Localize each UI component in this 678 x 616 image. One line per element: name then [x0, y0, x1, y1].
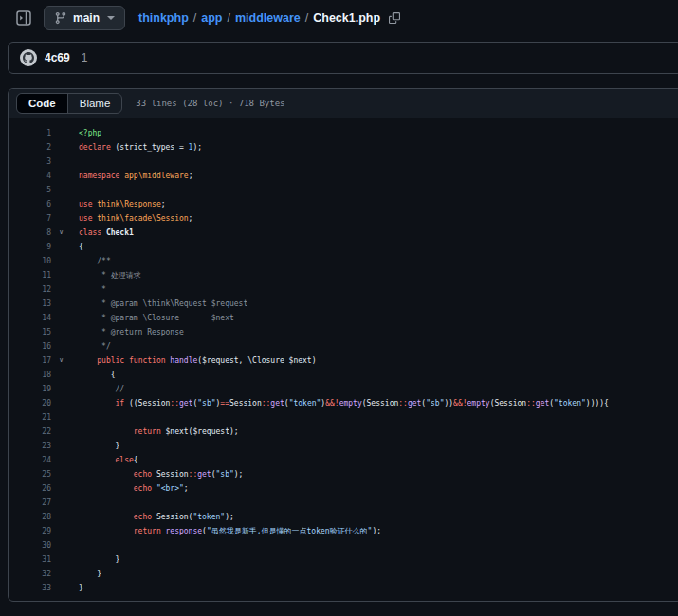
line-number[interactable]: 11: [9, 268, 51, 282]
line-number[interactable]: 12: [9, 282, 51, 297]
fold-gutter: [51, 410, 71, 425]
code-text: }: [71, 581, 678, 595]
line-number[interactable]: 22: [9, 425, 51, 439]
breadcrumb-link[interactable]: app: [201, 11, 222, 25]
fold-gutter: [51, 339, 71, 353]
line-number[interactable]: 33: [9, 581, 51, 595]
code-line: 4namespace app\middleware;: [9, 169, 678, 183]
fold-gutter: [51, 126, 71, 140]
line-number[interactable]: 4: [9, 169, 51, 183]
code-line: 28 echo Session("token");: [9, 510, 678, 524]
line-number[interactable]: 19: [9, 382, 51, 396]
line-number[interactable]: 13: [9, 297, 51, 311]
line-number[interactable]: 21: [9, 410, 51, 425]
line-number[interactable]: 20: [9, 396, 51, 410]
code-line: 9{: [9, 240, 678, 254]
code-line: 20 if ((Session::get("sb")==Session::get…: [9, 396, 678, 410]
tab-blame[interactable]: Blame: [68, 94, 122, 113]
code-text: echo "<br>";: [71, 481, 678, 496]
latest-commit-bar[interactable]: 4c69 1: [8, 42, 678, 74]
line-number[interactable]: 27: [9, 496, 51, 510]
code-text: * @return Response: [71, 325, 678, 339]
code-line: 22 return $next($request);: [9, 425, 678, 439]
line-number[interactable]: 31: [9, 553, 51, 567]
line-number[interactable]: 3: [9, 154, 51, 169]
line-number[interactable]: 6: [9, 197, 51, 211]
code-line: 19 //: [9, 382, 678, 396]
fold-gutter: [51, 154, 71, 169]
line-number[interactable]: 10: [9, 254, 51, 268]
file-content-box: CodeBlame 33 lines (28 loc) · 718 Bytes …: [8, 88, 678, 602]
code-text: [71, 410, 678, 425]
sidebar-expand-icon[interactable]: [13, 8, 34, 28]
git-branch-icon: [54, 11, 67, 25]
code-line: 15 * @return Response: [9, 325, 678, 339]
code-text: return $next($request);: [71, 425, 678, 439]
line-number[interactable]: 18: [9, 368, 51, 382]
fold-gutter: [51, 325, 71, 339]
line-number[interactable]: 26: [9, 481, 51, 496]
fold-gutter: [51, 311, 71, 325]
code-line: 33}: [9, 581, 678, 595]
line-number[interactable]: 7: [9, 211, 51, 226]
fold-gutter: [51, 254, 71, 268]
code-line: 31 }: [9, 553, 678, 567]
breadcrumb-link[interactable]: middleware: [235, 11, 301, 25]
code-line: 1<?php: [9, 126, 678, 140]
commit-message[interactable]: 4c69: [45, 51, 70, 64]
line-number[interactable]: 14: [9, 311, 51, 325]
code-line: 3: [9, 154, 678, 169]
breadcrumb-link[interactable]: thinkphp: [138, 11, 189, 25]
fold-gutter: [51, 211, 71, 226]
line-number[interactable]: 5: [9, 183, 51, 197]
fold-gutter: [51, 368, 71, 382]
line-number[interactable]: 29: [9, 524, 51, 538]
code-line: 21: [9, 410, 678, 425]
breadcrumb-separator: /: [305, 11, 308, 25]
file-header: CodeBlame 33 lines (28 loc) · 718 Bytes: [9, 89, 678, 118]
file-meta-info: 33 lines (28 loc) · 718 Bytes: [136, 99, 284, 108]
code-line: 25 echo Session::get("sb");: [9, 467, 678, 481]
fold-gutter: [51, 481, 71, 496]
copy-path-icon[interactable]: [389, 12, 400, 24]
line-number[interactable]: 32: [9, 567, 51, 581]
line-number[interactable]: 28: [9, 510, 51, 524]
code-line: 17∨ public function handle($request, \Cl…: [9, 353, 678, 368]
code-text: }: [71, 567, 678, 581]
fold-gutter: [51, 169, 71, 183]
breadcrumb: thinkphp/app/middleware/ Check1.php: [138, 11, 400, 25]
code-text: * @param \Closure $next: [71, 311, 678, 325]
line-number[interactable]: 25: [9, 467, 51, 481]
branch-selector-button[interactable]: main: [44, 6, 125, 30]
line-number[interactable]: 23: [9, 439, 51, 453]
code-line: 32 }: [9, 567, 678, 581]
code-text: * 处理请求: [71, 268, 678, 282]
code-text: declare (strict_types = 1);: [71, 140, 678, 154]
fold-gutter: [51, 140, 71, 154]
code-text: [71, 496, 678, 510]
tab-code[interactable]: Code: [17, 94, 68, 113]
line-number[interactable]: 30: [9, 538, 51, 553]
line-number[interactable]: 8: [9, 226, 51, 240]
line-number[interactable]: 2: [9, 140, 51, 154]
line-number[interactable]: 15: [9, 325, 51, 339]
line-number[interactable]: 1: [9, 126, 51, 140]
line-number[interactable]: 24: [9, 453, 51, 467]
fold-gutter: [51, 467, 71, 481]
line-number[interactable]: 17: [9, 353, 51, 368]
code-line: 23 }: [9, 439, 678, 453]
code-line: 26 echo "<br>";: [9, 481, 678, 496]
fold-gutter: [51, 282, 71, 297]
line-number[interactable]: 16: [9, 339, 51, 353]
code-text: class Check1: [71, 226, 678, 240]
fold-chevron-icon[interactable]: ∨: [51, 353, 71, 368]
commit-author-avatar[interactable]: [20, 49, 37, 66]
line-number[interactable]: 9: [9, 240, 51, 254]
code-line: 7use think\facade\Session;: [9, 211, 678, 226]
fold-gutter: [51, 453, 71, 467]
file-nav-bar: main thinkphp/app/middleware/ Check1.php: [0, 0, 678, 36]
code-line: 14 * @param \Closure $next: [9, 311, 678, 325]
commit-meta: 1: [82, 51, 88, 64]
fold-chevron-icon[interactable]: ∨: [51, 226, 71, 240]
fold-gutter: [51, 183, 71, 197]
